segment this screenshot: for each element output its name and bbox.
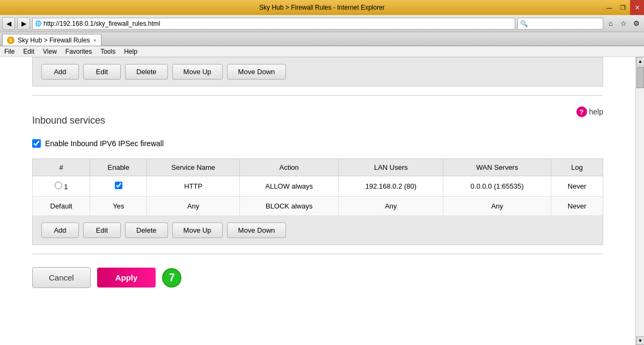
inner-page: Add Edit Delete Move Up Move Down Inboun… [0,57,635,299]
tab-close-button[interactable]: × [93,37,96,44]
apply-button[interactable]: Apply [97,268,156,288]
row2-wan: Any [443,197,551,216]
nav-bar: ◀ ▶ 🌐 http://192.168.0.1/sky_firewall_ru… [0,15,644,32]
search-icon: 🔍 [520,20,528,27]
window-title: Sky Hub > Firewall Rules - Internet Expl… [259,4,385,11]
settings-button[interactable]: ⚙ [631,18,642,29]
step-badge: 7 [162,268,181,288]
row1-radio[interactable] [55,182,62,189]
menu-tools[interactable]: Tools [96,46,120,56]
menu-view[interactable]: View [39,46,61,56]
title-bar: Sky Hub > Firewall Rules - Internet Expl… [0,0,644,15]
top-edit-button[interactable]: Edit [83,64,121,80]
row1-log: Never [551,176,603,197]
inbound-table: # Enable Service Name Action LAN Users W… [32,159,603,216]
vertical-scrollbar[interactable]: ▲ ▼ [635,57,644,345]
row2-service: Any [147,197,240,216]
search-bar[interactable]: 🔍 [517,18,603,30]
ipv6-checkbox-row: Enable Inbound IPV6 IPSec firewall [32,139,603,148]
browser-tab[interactable]: S Sky Hub > Firewall Rules × [2,34,101,46]
menu-file[interactable]: File [0,46,19,56]
row1-enable-checkbox[interactable] [115,182,122,189]
address-favicon: 🌐 [35,20,41,26]
address-text: http://192.168.0.1/sky_firewall_rules.ht… [43,20,160,27]
forward-icon: ▶ [21,20,26,27]
col-lan-users: LAN Users [339,159,443,176]
section-header: Inbound services ? help [32,104,603,131]
inbound-move-down-button[interactable]: Move Down [227,222,287,238]
help-icon: ? [576,106,587,117]
top-move-down-button[interactable]: Move Down [227,64,287,80]
inbound-add-button[interactable]: Add [41,222,79,238]
col-service-name: Service Name [147,159,240,176]
ipv6-ipsec-checkbox[interactable] [32,139,41,148]
row2-log: Never [551,197,603,216]
inbound-delete-button[interactable]: Delete [125,222,168,238]
col-number: # [33,159,90,176]
tab-label: Sky Hub > Firewall Rules [18,37,90,44]
row1-number: 1 [64,183,68,191]
back-button[interactable]: ◀ [2,17,15,30]
row1-service: HTTP [147,176,240,197]
top-move-up-button[interactable]: Move Up [172,64,223,80]
row2-number: Default [33,197,90,216]
ipv6-checkbox-label: Enable Inbound IPV6 IPSec firewall [45,139,164,148]
menu-bar: File Edit View Favorites Tools Help [0,46,644,57]
col-enable: Enable [90,159,147,176]
restore-button[interactable]: ❐ [616,0,630,15]
tab-favicon: S [7,37,14,44]
scroll-up-icon: ▲ [638,59,643,64]
footer-actions: Cancel Apply 7 [32,267,603,288]
back-icon: ◀ [6,20,11,27]
section-title: Inbound services [32,115,105,126]
row2-enable: Yes [90,197,147,216]
row1-select[interactable]: 1 [33,176,90,197]
inbound-move-up-button[interactable]: Move Up [172,222,223,238]
table-row: Default Yes Any BLOCK always Any Any Nev… [33,197,603,216]
col-log: Log [551,159,603,176]
inbound-edit-button[interactable]: Edit [83,222,121,238]
menu-favorites[interactable]: Favorites [61,46,96,56]
row1-action: ALLOW always [239,176,338,197]
forward-button[interactable]: ▶ [17,17,30,30]
scroll-down-button[interactable]: ▼ [636,336,644,345]
menu-edit[interactable]: Edit [19,46,39,56]
row2-action: BLOCK always [239,197,338,216]
home-button[interactable]: ⌂ [605,18,616,29]
window-controls: — ❐ ✕ [602,0,644,15]
col-action: Action [239,159,338,176]
top-delete-button[interactable]: Delete [125,64,168,80]
col-wan-servers: WAN Servers [443,159,551,176]
table-header-row: # Enable Service Name Action LAN Users W… [33,159,603,176]
footer-divider [32,254,603,254]
scroll-down-icon: ▼ [638,338,643,343]
browser-content: Add Edit Delete Move Up Move Down Inboun… [0,57,644,345]
table-row: 1 HTTP ALLOW always 192.168.0.2 (80) 0.0… [33,176,603,197]
scroll-up-button[interactable]: ▲ [636,57,644,66]
tab-bar: S Sky Hub > Firewall Rules × [0,32,644,46]
scrollbar-track[interactable] [636,66,644,336]
help-link[interactable]: ? help [576,106,603,117]
top-button-group: Add Edit Delete Move Up Move Down [32,57,603,87]
nav-icons: ⌂ ☆ ⚙ [605,18,642,29]
minimize-button[interactable]: — [602,0,616,15]
top-add-button[interactable]: Add [41,64,79,80]
row2-lan: Any [339,197,443,216]
inbound-section: Inbound services ? help Enable Inbound I… [32,104,603,245]
page-content: Add Edit Delete Move Up Move Down Inboun… [0,57,635,345]
inbound-button-group: Add Edit Delete Move Up Move Down [32,216,603,245]
close-button[interactable]: ✕ [630,0,644,15]
menu-help[interactable]: Help [120,46,142,56]
address-bar[interactable]: 🌐 http://192.168.0.1/sky_firewall_rules.… [32,18,515,30]
row1-lan: 192.168.0.2 (80) [339,176,443,197]
favorites-button[interactable]: ☆ [618,18,629,29]
section-divider [32,95,603,96]
row1-enable[interactable] [90,176,147,197]
help-label: help [589,107,603,116]
row1-wan: 0.0.0.0 (1:65535) [443,176,551,197]
cancel-button[interactable]: Cancel [32,267,91,288]
scrollbar-thumb[interactable] [636,67,644,88]
